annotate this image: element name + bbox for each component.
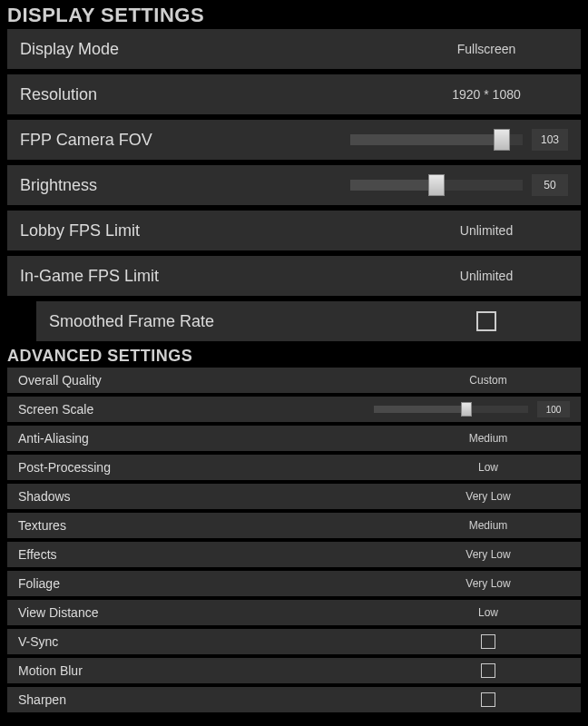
brightness-slider[interactable] <box>350 180 523 191</box>
view-distance-value[interactable]: Low <box>407 606 570 619</box>
resolution-label: Resolution <box>20 85 97 104</box>
view-distance-row[interactable]: View Distance Low <box>7 600 581 625</box>
brightness-slider-fill <box>350 180 436 191</box>
resolution-value[interactable]: 1920 * 1080 <box>405 87 568 102</box>
smoothed-frame-rate-checkbox[interactable] <box>476 311 496 331</box>
brightness-slider-thumb[interactable] <box>428 174 445 196</box>
post-processing-label: Post-Processing <box>18 460 111 475</box>
shadows-row[interactable]: Shadows Very Low <box>7 484 581 509</box>
foliage-row[interactable]: Foliage Very Low <box>7 571 581 596</box>
sharpen-row[interactable]: Sharpen <box>7 687 581 712</box>
overall-quality-value[interactable]: Custom <box>407 374 570 387</box>
fov-slider-thumb[interactable] <box>494 129 510 151</box>
ingame-fps-value[interactable]: Unlimited <box>405 269 568 283</box>
fov-row[interactable]: FPP Camera FOV 103 <box>7 120 581 160</box>
post-processing-row[interactable]: Post-Processing Low <box>7 455 581 480</box>
screen-scale-slider-thumb[interactable] <box>461 402 472 417</box>
resolution-row[interactable]: Resolution 1920 * 1080 <box>7 74 581 114</box>
smoothed-frame-rate-label: Smoothed Frame Rate <box>49 312 214 331</box>
textures-value[interactable]: Medium <box>407 519 570 532</box>
effects-value[interactable]: Very Low <box>407 548 570 561</box>
anti-aliasing-row[interactable]: Anti-Aliasing Medium <box>7 426 581 451</box>
sharpen-checkbox[interactable] <box>481 692 495 707</box>
motion-blur-label: Motion Blur <box>18 663 83 678</box>
sharpen-label: Sharpen <box>18 692 66 707</box>
fov-slider-value[interactable]: 103 <box>532 129 568 151</box>
effects-row[interactable]: Effects Very Low <box>7 542 581 567</box>
motion-blur-row[interactable]: Motion Blur <box>7 658 581 683</box>
screen-scale-label: Screen Scale <box>18 402 93 417</box>
foliage-value[interactable]: Very Low <box>407 577 570 590</box>
overall-quality-label: Overall Quality <box>18 373 102 388</box>
lobby-fps-label: Lobby FPS Limit <box>20 221 140 240</box>
post-processing-value[interactable]: Low <box>407 461 570 474</box>
ingame-fps-row[interactable]: In-Game FPS Limit Unlimited <box>7 256 581 296</box>
view-distance-label: View Distance <box>18 605 98 620</box>
shadows-label: Shadows <box>18 489 71 504</box>
brightness-slider-value[interactable]: 50 <box>532 174 568 196</box>
anti-aliasing-label: Anti-Aliasing <box>18 431 89 446</box>
textures-row[interactable]: Textures Medium <box>7 513 581 538</box>
vsync-label: V-Sync <box>18 634 58 649</box>
fov-slider-fill <box>350 134 502 145</box>
lobby-fps-value[interactable]: Unlimited <box>405 223 568 238</box>
display-mode-row[interactable]: Display Mode Fullscreen <box>7 29 581 69</box>
lobby-fps-row[interactable]: Lobby FPS Limit Unlimited <box>7 211 581 250</box>
display-mode-label: Display Mode <box>20 40 119 59</box>
screen-scale-slider-value[interactable]: 100 <box>537 401 570 417</box>
vsync-row[interactable]: V-Sync <box>7 629 581 654</box>
anti-aliasing-value[interactable]: Medium <box>407 432 570 445</box>
screen-scale-slider[interactable] <box>374 406 528 413</box>
effects-label: Effects <box>18 547 57 562</box>
brightness-row[interactable]: Brightness 50 <box>7 165 581 205</box>
advanced-settings-header: ADVANCED SETTINGS <box>0 347 588 368</box>
ingame-fps-label: In-Game FPS Limit <box>20 267 159 286</box>
fov-label: FPP Camera FOV <box>20 131 152 150</box>
display-settings-header: DISPLAY SETTINGS <box>0 0 588 29</box>
shadows-value[interactable]: Very Low <box>407 490 570 503</box>
brightness-label: Brightness <box>20 176 97 195</box>
motion-blur-checkbox[interactable] <box>481 663 495 678</box>
overall-quality-row[interactable]: Overall Quality Custom <box>7 368 581 393</box>
vsync-checkbox[interactable] <box>481 634 495 649</box>
foliage-label: Foliage <box>18 576 60 591</box>
fov-slider[interactable] <box>350 134 523 145</box>
screen-scale-slider-fill <box>374 406 466 413</box>
display-mode-value[interactable]: Fullscreen <box>405 42 568 56</box>
screen-scale-row[interactable]: Screen Scale 100 <box>7 397 581 422</box>
smoothed-frame-rate-row[interactable]: Smoothed Frame Rate <box>36 301 581 341</box>
textures-label: Textures <box>18 518 66 533</box>
